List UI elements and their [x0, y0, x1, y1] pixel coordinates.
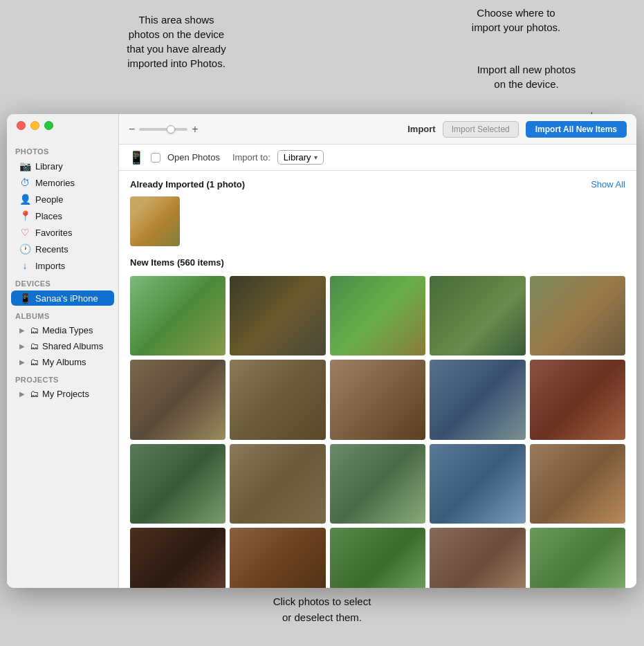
sidebar-item-people[interactable]: 👤 People	[11, 192, 114, 207]
photo-cell-13[interactable]	[330, 444, 425, 524]
photo-cell-5[interactable]	[530, 276, 625, 356]
zoom-slider[interactable]	[139, 128, 187, 131]
device-small-icon: 📱	[129, 150, 144, 165]
my-albums-icon: 🗂	[30, 357, 39, 367]
photo-cell-16[interactable]	[130, 528, 226, 588]
sidebar-group-my-albums[interactable]: ▶ 🗂 My Albums	[11, 355, 114, 369]
already-imported-title: Already Imported (1 photo)	[130, 179, 245, 190]
sidebar-group-shared-albums[interactable]: ▶ 🗂 Shared Albums	[11, 339, 114, 353]
zoom-controls: − +	[129, 123, 199, 136]
sidebar: Photos 📷 Library ⏱ Memories 👤 People 📍 P…	[7, 114, 119, 588]
photo-cell-14[interactable]	[430, 444, 525, 524]
photo-cell-10[interactable]	[530, 360, 625, 439]
photo-cell-15[interactable]	[530, 444, 625, 524]
photo-grid	[130, 276, 625, 588]
already-imported-grid	[130, 196, 625, 246]
main-content: − + Import Import Selected Import All Ne…	[119, 114, 636, 588]
sidebar-item-library[interactable]: 📷 Library	[11, 158, 114, 174]
iphone-icon: 📱	[19, 293, 30, 304]
sidebar-group-media-types[interactable]: ▶ 🗂 Media Types	[11, 323, 114, 338]
sidebar-section-albums: Albums	[7, 306, 118, 322]
chevron-media-types: ▶	[19, 326, 25, 334]
photo-cell-17[interactable]	[230, 528, 325, 588]
chevron-dropdown-icon: ▾	[314, 154, 318, 161]
library-icon: 📷	[19, 160, 30, 172]
new-items-title: New Items (560 items)	[130, 257, 625, 268]
chevron-shared-albums: ▶	[19, 342, 25, 350]
sidebar-label-iphone: Sanaa's iPhone	[35, 293, 98, 304]
import-all-button[interactable]: Import All New Items	[526, 121, 627, 138]
imports-icon: ↓	[19, 260, 30, 271]
bottom-callout: Click photos to select or deselect them.	[273, 594, 371, 625]
favorites-icon: ♡	[19, 227, 30, 238]
sidebar-label-imports: Imports	[35, 261, 65, 271]
left-callout: This area shows photos on the device tha…	[90, 12, 263, 71]
photo-cell-1[interactable]	[130, 276, 226, 356]
chevron-my-albums: ▶	[19, 358, 25, 366]
places-icon: 📍	[19, 210, 30, 221]
photo-cell-6[interactable]	[130, 360, 226, 439]
photo-cell-18[interactable]	[330, 528, 425, 588]
sidebar-item-favorites[interactable]: ♡ Favorites	[11, 225, 114, 240]
sidebar-label-shared-albums: Shared Albums	[42, 341, 103, 351]
zoom-minus[interactable]: −	[129, 123, 135, 136]
sidebar-label-memories: Memories	[35, 178, 75, 188]
toolbar: − + Import Import Selected Import All Ne…	[119, 114, 636, 145]
sidebar-item-recents[interactable]: 🕐 Recents	[11, 241, 114, 257]
sidebar-label-media-types: Media Types	[42, 325, 93, 335]
import-to-label: Import to:	[232, 152, 270, 163]
sidebar-label-library: Library	[35, 161, 63, 172]
sidebar-item-imports[interactable]: ↓ Imports	[11, 258, 114, 273]
chevron-my-projects: ▶	[19, 390, 25, 398]
photo-cell-4[interactable]	[430, 276, 525, 356]
sidebar-section-devices: Devices	[7, 274, 118, 290]
photo-cell-12[interactable]	[230, 444, 325, 524]
import-to-dropdown[interactable]: Library ▾	[277, 150, 324, 165]
import-label: Import	[407, 124, 435, 134]
minimize-button[interactable]	[30, 121, 39, 130]
sidebar-label-places: Places	[35, 211, 62, 221]
import-selected-button[interactable]: Import Selected	[443, 121, 519, 138]
photo-cell-3[interactable]	[330, 276, 425, 356]
app-window: Photos 📷 Library ⏱ Memories 👤 People 📍 P…	[7, 114, 636, 588]
scroll-area[interactable]: Already Imported (1 photo) Show All New …	[119, 171, 636, 588]
right-top-callout: Choose where to import your photos.	[447, 6, 585, 35]
import-to-value: Library	[284, 152, 311, 163]
open-photos-label: Open Photos	[167, 152, 220, 163]
photo-cell-2[interactable]	[230, 276, 325, 356]
sidebar-label-people: People	[35, 194, 63, 205]
sidebar-item-iphone[interactable]: 📱 Sanaa's iPhone	[11, 290, 114, 306]
sidebar-section-projects: Projects	[7, 370, 118, 386]
shared-albums-icon: 🗂	[30, 341, 39, 351]
people-icon: 👤	[19, 194, 30, 205]
sidebar-label-favorites: Favorites	[35, 228, 72, 238]
already-imported-photo[interactable]	[130, 196, 180, 246]
sidebar-item-places[interactable]: 📍 Places	[11, 208, 114, 223]
sidebar-label-my-albums: My Albums	[42, 357, 86, 367]
open-photos-checkbox[interactable]	[151, 153, 160, 163]
sidebar-group-my-projects[interactable]: ▶ 🗂 My Projects	[11, 387, 114, 401]
sidebar-label-my-projects: My Projects	[42, 389, 89, 399]
right-bottom-callout: Import all new photos on the device.	[447, 62, 606, 91]
photo-cell-8[interactable]	[330, 360, 425, 439]
photo-cell-20[interactable]	[530, 528, 625, 588]
my-projects-icon: 🗂	[30, 389, 39, 399]
photo-cell-11[interactable]	[130, 444, 226, 524]
sidebar-item-memories[interactable]: ⏱ Memories	[11, 175, 114, 190]
zoom-slider-thumb[interactable]	[167, 125, 175, 133]
close-button[interactable]	[17, 121, 26, 130]
photo-cell-7[interactable]	[230, 360, 325, 439]
memories-icon: ⏱	[19, 177, 30, 188]
maximize-button[interactable]	[44, 121, 53, 130]
already-imported-header: Already Imported (1 photo) Show All	[130, 179, 625, 190]
show-all-link[interactable]: Show All	[591, 179, 625, 190]
sub-toolbar: 📱 Open Photos Import to: Library ▾	[119, 145, 636, 171]
recents-icon: 🕐	[19, 243, 30, 255]
photo-cell-9[interactable]	[430, 360, 525, 439]
sidebar-label-recents: Recents	[35, 244, 68, 255]
photo-cell-19[interactable]	[430, 528, 525, 588]
media-types-icon: 🗂	[30, 325, 39, 335]
zoom-plus[interactable]: +	[192, 123, 198, 136]
traffic-lights	[17, 121, 53, 130]
sidebar-section-photos: Photos	[7, 142, 118, 158]
